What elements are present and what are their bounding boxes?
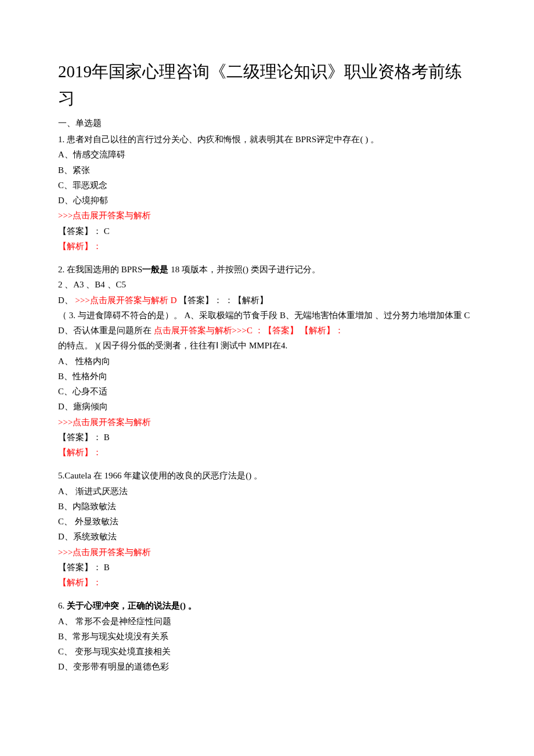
question-6: 6. 关于心理冲突，正确的说法是() 。 A、 常形不会是神经症性问题 B、常形…	[58, 598, 476, 674]
q5-answer: 【答案】： B	[58, 560, 476, 575]
q6-option-d: D、变形带有明显的道德色彩	[58, 659, 476, 674]
q4-option-a: A、 性格内向	[58, 354, 476, 369]
q6-text: 6. 关于心理冲突，正确的说法是() 。	[58, 598, 476, 613]
q5-option-d: D、系统致敏法	[58, 529, 476, 544]
question-2: 2. 在我国选用的 BPRS一般是 18 项版本，并按照() 类因子进行记分。 …	[58, 262, 476, 460]
q1-option-b: B、紧张	[58, 163, 476, 178]
q2-line-d: D、 >>>点击展开答案与解析 D 【答案】： ：【解析】	[58, 293, 476, 308]
q4-text: 的特点。 )( 因子得分低的受测者，往往有Ⅰ 测试中 MMPI在4.	[58, 338, 476, 353]
q1-text: 1. 患者对自己以往的言行过分关心、内疚和悔恨，就表明其在 BPRS评定中存在(…	[58, 132, 476, 147]
q1-answer: 【答案】： C	[58, 224, 476, 239]
q4-option-b: B、性格外向	[58, 369, 476, 384]
q5-expand-link[interactable]: >>>点击展开答案与解析	[58, 545, 476, 560]
q2-text: 2. 在我国选用的 BPRS一般是 18 项版本，并按照() 类因子进行记分。	[58, 262, 476, 277]
q1-expand-link[interactable]: >>>点击展开答案与解析	[58, 208, 476, 223]
q6-option-c: C、 变形与现实处境直接相关	[58, 644, 476, 659]
question-5: 5.Cautela 在 1966 年建议使用的改良的厌恶疗法是() 。 A、 渐…	[58, 468, 476, 590]
q1-option-c: C、罪恶观念	[58, 178, 476, 193]
q3-text: （ 3. 与进食障碍不符合的是）。 A、采取极端的节食手段 B、无端地害怕体重增…	[58, 308, 476, 339]
q2-d-label: D、	[58, 296, 75, 305]
q4-option-c: C、心身不适	[58, 384, 476, 399]
q4-expand-link[interactable]: >>>点击展开答案与解析	[58, 415, 476, 430]
q4-option-d: D、癔病倾向	[58, 399, 476, 414]
q1-option-a: A、情感交流障碍	[58, 147, 476, 162]
q6-option-a: A、 常形不会是神经症性问题	[58, 614, 476, 629]
q4-answer: 【答案】： B	[58, 430, 476, 445]
q6-num: 6.	[58, 601, 67, 610]
page-title: 2019年国家心理咨询《二级理论知识》职业资格考前练习	[58, 58, 476, 112]
q2-post: 18 项版本，并按照() 类因子进行记分。	[168, 265, 320, 274]
q1-explanation-label: 【解析】：	[58, 239, 476, 254]
q1-option-d: D、心境抑郁	[58, 193, 476, 208]
q5-option-a: A、 渐进式厌恶法	[58, 484, 476, 499]
q2-expand-link[interactable]: >>>点击展开答案与解析 D	[75, 296, 179, 305]
q6-option-b: B、常形与现实处境没有关系	[58, 629, 476, 644]
q5-text: 5.Cautela 在 1966 年建议使用的改良的厌恶疗法是() 。	[58, 468, 476, 483]
q2-answer: 【答案】： ：【解析】	[179, 296, 268, 305]
q5-option-b: B、内隐致敏法	[58, 499, 476, 514]
q2-bold: 一般是	[142, 265, 168, 274]
section-heading: 一、单选题	[58, 116, 476, 131]
q6-bold: 关于心理冲突，正确的说法是() 。	[67, 601, 197, 610]
q2-pre: 2. 在我国选用的 BPRS	[58, 265, 142, 274]
question-1: 1. 患者对自己以往的言行过分关心、内疚和悔恨，就表明其在 BPRS评定中存在(…	[58, 132, 476, 254]
q4-explanation-label: 【解析】：	[58, 445, 476, 460]
q2-line2: 2 、A3 、B4 、C5	[58, 277, 476, 292]
q3-expand-link[interactable]: 点击展开答案与解析>>>C ：【答案】 【解析】：	[154, 326, 344, 335]
q5-option-c: C、 外显致敏法	[58, 514, 476, 529]
q5-explanation-label: 【解析】：	[58, 575, 476, 590]
